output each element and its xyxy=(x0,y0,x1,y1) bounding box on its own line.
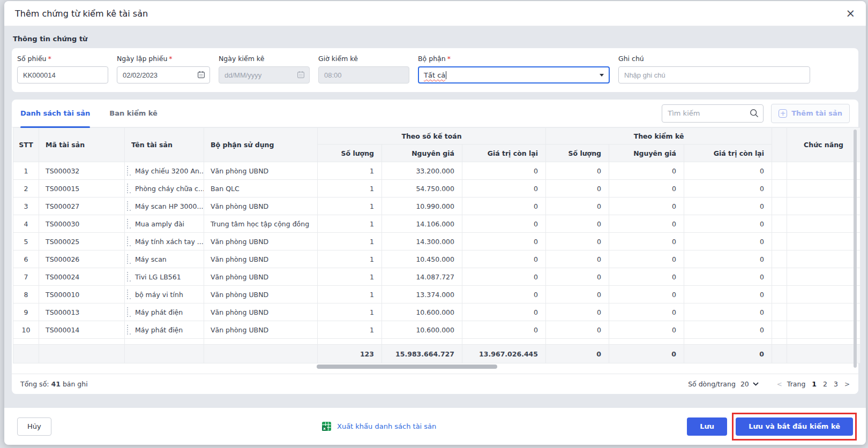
cell-inv-quantity: 0 xyxy=(546,233,609,250)
table-row[interactable]: 6TS000026Máy scanVăn phòng UBND110.450.0… xyxy=(13,250,860,268)
cell-stt: 8 xyxy=(13,286,39,303)
table-row[interactable]: 10TS000014Máy phát điệnVăn phòng UBND110… xyxy=(13,321,860,339)
cell-gap xyxy=(772,162,787,180)
header-stt: STT xyxy=(13,128,39,162)
cell-asset-code: TS000013 xyxy=(39,303,125,321)
spacer-row xyxy=(13,339,860,345)
tab-inventory-board[interactable]: Ban kiểm kê xyxy=(109,100,158,127)
cell-inv-cost: 0 xyxy=(609,233,684,250)
required-marker: * xyxy=(48,55,51,63)
cell-inv-quantity: 0 xyxy=(546,268,609,286)
header-inv-cost: Nguyên giá xyxy=(609,145,684,162)
next-page-icon[interactable]: > xyxy=(844,381,850,388)
drag-handle-icon xyxy=(127,272,131,282)
cell-gap xyxy=(772,321,787,339)
tab-asset-list[interactable]: Danh sách tài sản xyxy=(20,100,90,127)
bo-phan-select[interactable]: Tất cả xyxy=(418,66,610,83)
cell-inv-quantity: 0 xyxy=(546,215,609,233)
cell-stt: 9 xyxy=(13,303,39,321)
page-number[interactable]: 2 xyxy=(821,380,829,388)
cell-gap xyxy=(772,268,787,286)
header-inv-quantity: Số lượng xyxy=(546,145,609,162)
cell-inv-remaining: 0 xyxy=(684,180,772,198)
cell-inv-remaining: 0 xyxy=(684,198,772,215)
dialog-action-bar: Hủy x Xuất khẩu danh sách tài sản Lưu Lư… xyxy=(4,408,866,445)
search-input[interactable] xyxy=(662,104,764,123)
search-icon[interactable] xyxy=(750,109,759,118)
plus-icon: + xyxy=(779,109,787,118)
cell-inv-remaining: 0 xyxy=(684,268,772,286)
table-row[interactable]: 1TS000032Máy chiếu 3200 An...Văn phòng U… xyxy=(13,162,860,180)
cell-acct-quantity: 1 xyxy=(318,286,382,303)
cell-acct-remaining: 0 xyxy=(462,303,546,321)
total-acct-quantity: 123 xyxy=(318,345,382,363)
table-header: STT Mã tài sản Tên tài sản Bộ phận sử dụ… xyxy=(13,128,860,162)
header-accounting-group: Theo số kế toán xyxy=(318,128,546,145)
cell-asset-name: Máy phát điện xyxy=(125,303,204,321)
cell-stt: 6 xyxy=(13,250,39,268)
drag-handle-icon xyxy=(127,201,131,211)
cell-acct-quantity: 1 xyxy=(318,198,382,215)
cell-inv-remaining: 0 xyxy=(684,303,772,321)
search-box xyxy=(662,104,764,123)
drag-handle-icon xyxy=(127,237,131,246)
vertical-scrollbar-thumb[interactable] xyxy=(854,130,857,368)
cell-stt: 3 xyxy=(13,198,39,215)
table-row[interactable]: 2TS000015Phòng cháy chữa c...Ban QLC154.… xyxy=(13,180,860,198)
cell-acct-remaining: 0 xyxy=(462,198,546,215)
page-label: Trang xyxy=(787,380,805,388)
cell-inv-quantity: 0 xyxy=(546,286,609,303)
export-asset-list-link[interactable]: x Xuất khẩu danh sách tài sản xyxy=(321,421,436,431)
cell-actions xyxy=(787,215,860,233)
ghi-chu-input[interactable] xyxy=(618,66,810,83)
table-row[interactable]: 8TS000010bộ máy vi tínhVăn phòng UBND113… xyxy=(13,286,860,303)
cell-stt: 2 xyxy=(13,180,39,198)
cell-gap xyxy=(772,286,787,303)
table-row[interactable]: 9TS000013Máy phát điệnVăn phòng UBND110.… xyxy=(13,303,860,321)
header-department: Bộ phận sử dụng xyxy=(204,128,318,162)
horizontal-scrollbar xyxy=(13,363,860,370)
add-asset-button[interactable]: + Thêm tài sản xyxy=(771,104,850,123)
cell-actions xyxy=(787,286,860,303)
page-number[interactable]: 1 xyxy=(810,380,818,388)
cell-actions xyxy=(787,233,860,250)
pagination: Số dòng/trang 20 < Trang 123 > xyxy=(688,380,850,388)
table-row[interactable]: 4TS000030Mua amply đàiTrung tâm học tập … xyxy=(13,215,860,233)
header-acct-cost: Nguyên giá xyxy=(382,145,462,162)
table-body: 1TS000032Máy chiếu 3200 An...Văn phòng U… xyxy=(13,162,860,339)
cell-acct-quantity: 1 xyxy=(318,250,382,268)
header-inv-remaining: Giá trị còn lại xyxy=(684,145,772,162)
save-and-start-inventory-button[interactable]: Lưu và bắt đầu kiểm kê xyxy=(736,417,853,436)
cell-acct-quantity: 1 xyxy=(318,268,382,286)
page-number[interactable]: 3 xyxy=(832,380,840,388)
totals-row: 123 15.983.664.727 13.967.026.445 0 0 0 xyxy=(13,345,860,363)
cell-inv-remaining: 0 xyxy=(684,162,772,180)
table-row[interactable]: 5TS000025Máy tính xách tay ...Văn phòng … xyxy=(13,233,860,250)
cell-department: Văn phòng UBND xyxy=(204,162,318,180)
calendar-icon[interactable] xyxy=(197,71,205,79)
table-row[interactable]: 3TS000027Máy scan HP 3000...Văn phòng UB… xyxy=(13,198,860,215)
drag-handle-icon xyxy=(127,166,131,176)
so-phieu-input[interactable] xyxy=(17,66,108,83)
cell-gap xyxy=(772,215,787,233)
cell-acct-quantity: 1 xyxy=(318,215,382,233)
horizontal-scrollbar-thumb[interactable] xyxy=(317,365,497,369)
close-icon[interactable]: × xyxy=(845,8,855,19)
cell-department: Văn phòng UBND xyxy=(204,303,318,321)
calendar-icon xyxy=(297,71,305,79)
document-info-form: Số phiếu* Ngày lập phiếu* Ngày kiểm kê G… xyxy=(12,48,858,92)
cancel-button[interactable]: Hủy xyxy=(17,417,51,436)
ngay-lap-phieu-input[interactable] xyxy=(117,66,210,83)
drag-handle-icon xyxy=(127,184,131,193)
cell-department: Trung tâm học tập cộng đồng xyxy=(204,215,318,233)
save-button[interactable]: Lưu xyxy=(687,417,727,436)
svg-text:x: x xyxy=(323,426,326,431)
table-row[interactable]: 7TS000024Tivi LG LB561Văn phòng UBND114.… xyxy=(13,268,860,286)
prev-page-icon[interactable]: < xyxy=(777,381,782,388)
cell-inv-quantity: 0 xyxy=(546,303,609,321)
page-size-select[interactable]: 20 xyxy=(740,380,759,388)
cell-department: Văn phòng UBND xyxy=(204,250,318,268)
cell-actions xyxy=(787,198,860,215)
asset-table: STT Mã tài sản Tên tài sản Bộ phận sử dụ… xyxy=(13,127,860,363)
cell-inv-quantity: 0 xyxy=(546,321,609,339)
